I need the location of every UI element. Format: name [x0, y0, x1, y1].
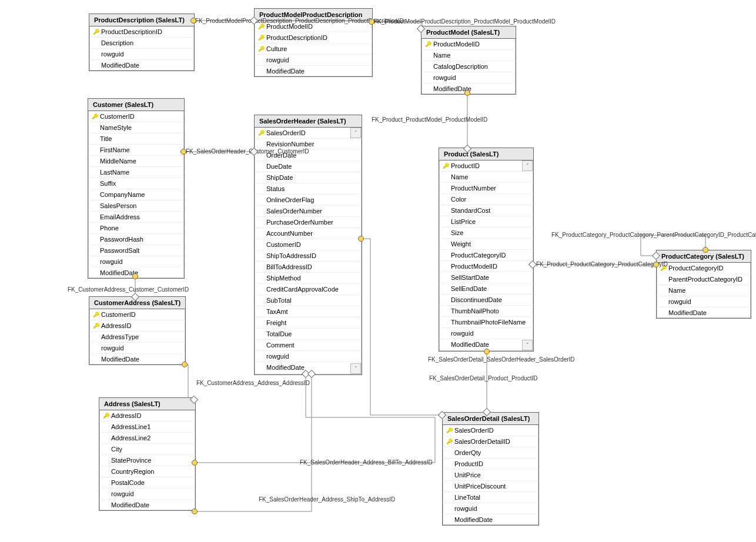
table-header[interactable]: SalesOrderHeader (SalesLT)	[255, 115, 362, 128]
column-row[interactable]: rowguid	[255, 54, 372, 65]
column-row[interactable]: ParentProductCategoryID	[657, 273, 751, 285]
column-row[interactable]: rowguid	[99, 488, 195, 499]
column-row[interactable]: ProductModelID	[422, 39, 516, 49]
column-row[interactable]: Culture	[255, 43, 372, 54]
column-row[interactable]: Phone	[88, 222, 184, 233]
table-SalesOrderDetail[interactable]: SalesOrderDetail (SalesLT)SalesOrderIDSa…	[442, 412, 539, 526]
column-row[interactable]: AddressLine1	[99, 421, 195, 432]
column-row[interactable]: Name	[422, 49, 516, 61]
column-row[interactable]: PurchaseOrderNumber	[255, 216, 362, 227]
column-row[interactable]: ListPrice	[439, 216, 533, 227]
column-row[interactable]: PasswordSalt	[88, 245, 184, 256]
scroll-down-icon[interactable]: ˅	[522, 340, 533, 350]
column-row[interactable]: ModifiedDate	[99, 499, 195, 510]
column-row[interactable]: OrderQty	[443, 447, 538, 458]
column-row[interactable]: Suffix	[88, 178, 184, 189]
column-row[interactable]: CustomerID	[255, 239, 362, 250]
column-row[interactable]: Status	[255, 183, 362, 194]
column-row[interactable]: AddressType	[89, 331, 185, 342]
column-row[interactable]: StandardCost	[439, 205, 533, 216]
column-row[interactable]: ThumbnailPhotoFileName	[439, 316, 533, 327]
column-row[interactable]: ShipToAddressID	[255, 250, 362, 261]
column-row[interactable]: rowguid	[89, 342, 185, 353]
column-row[interactable]: ModifiedDate	[657, 307, 751, 318]
column-row[interactable]: rowguid	[89, 48, 194, 59]
column-row[interactable]: ThumbNailPhoto	[439, 305, 533, 316]
table-header[interactable]: ProductModel (SalesLT)	[422, 26, 516, 39]
scroll-down-icon[interactable]: ˅	[350, 363, 361, 374]
column-row[interactable]: LastName	[88, 166, 184, 178]
column-row[interactable]: rowguid	[443, 503, 538, 514]
column-row[interactable]: SalesOrderID	[443, 425, 538, 436]
column-row[interactable]: rowguid	[657, 296, 751, 307]
column-row[interactable]: rowguid	[422, 72, 516, 83]
table-header[interactable]: ProductDescription (SalesLT)	[89, 14, 194, 26]
column-row[interactable]: ProductDescriptionID	[89, 26, 194, 37]
column-row[interactable]: ModifiedDate	[443, 514, 538, 525]
column-row[interactable]: DueDate	[255, 160, 362, 172]
column-row[interactable]: BillToAddressID	[255, 261, 362, 272]
column-row[interactable]: AccountNumber	[255, 227, 362, 239]
column-row[interactable]: SalesOrderID	[255, 128, 362, 138]
scroll-up-icon[interactable]: ˄	[350, 128, 361, 138]
column-row[interactable]: CustomerID	[88, 111, 184, 122]
scroll-up-icon[interactable]: ˄	[522, 160, 533, 171]
table-Customer[interactable]: Customer (SalesLT)CustomerIDNameStyleTit…	[88, 98, 185, 279]
column-row[interactable]: ShipDate	[255, 172, 362, 183]
table-header[interactable]: SalesOrderDetail (SalesLT)	[443, 413, 538, 425]
column-row[interactable]: EmailAddress	[88, 211, 184, 222]
column-row[interactable]: rowguid	[255, 350, 362, 362]
column-row[interactable]: LineTotal	[443, 491, 538, 503]
column-row[interactable]: SellStartDate	[439, 272, 533, 283]
column-row[interactable]: ShipMethod	[255, 272, 362, 283]
table-Address[interactable]: Address (SalesLT)AddressIDAddressLine1Ad…	[99, 397, 196, 511]
column-row[interactable]: Freight	[255, 317, 362, 328]
column-row[interactable]: TotalDue	[255, 328, 362, 339]
column-row[interactable]: SellEndDate	[439, 283, 533, 294]
column-row[interactable]: PasswordHash	[88, 233, 184, 245]
column-row[interactable]: UnitPriceDiscount	[443, 480, 538, 491]
column-row[interactable]: ProductCategoryID	[439, 249, 533, 260]
column-row[interactable]: AddressID	[99, 410, 195, 421]
column-row[interactable]: ModifiedDate	[255, 362, 362, 373]
column-row[interactable]: ModifiedDate	[89, 59, 194, 71]
column-row[interactable]: ProductID	[443, 458, 538, 469]
column-row[interactable]: Name	[439, 171, 533, 182]
column-row[interactable]: ModifiedDate	[89, 353, 185, 364]
column-row[interactable]: CreditCardApprovalCode	[255, 283, 362, 295]
table-header[interactable]: Address (SalesLT)	[99, 398, 195, 410]
column-row[interactable]: Color	[439, 193, 533, 205]
column-row[interactable]: CountryRegion	[99, 466, 195, 477]
column-row[interactable]: DiscontinuedDate	[439, 294, 533, 305]
column-row[interactable]: CompanyName	[88, 189, 184, 200]
column-row[interactable]: Size	[439, 227, 533, 238]
column-row[interactable]: OnlineOrderFlag	[255, 194, 362, 205]
column-row[interactable]: UnitPrice	[443, 469, 538, 480]
column-row[interactable]: SalesOrderNumber	[255, 205, 362, 216]
column-row[interactable]: ModifiedDate	[255, 65, 372, 76]
column-row[interactable]: CustomerID	[89, 309, 185, 320]
column-row[interactable]: Comment	[255, 339, 362, 350]
column-row[interactable]: Description	[89, 37, 194, 48]
column-row[interactable]: City	[99, 443, 195, 454]
column-row[interactable]: CatalogDescription	[422, 61, 516, 72]
column-row[interactable]: SalesOrderDetailID	[443, 436, 538, 447]
column-row[interactable]: NameStyle	[88, 122, 184, 133]
table-ProductDescription[interactable]: ProductDescription (SalesLT)ProductDescr…	[89, 14, 195, 71]
table-Product[interactable]: Product (SalesLT)ProductIDNameProductNum…	[439, 148, 534, 352]
column-row[interactable]: Title	[88, 133, 184, 144]
column-row[interactable]: ProductNumber	[439, 182, 533, 193]
column-row[interactable]: ProductModelID	[439, 260, 533, 272]
column-row[interactable]: ProductDescriptionID	[255, 32, 372, 43]
column-row[interactable]: ProductCategoryID	[657, 263, 751, 273]
table-ProductModel[interactable]: ProductModel (SalesLT)ProductModelIDName…	[421, 26, 516, 95]
column-row[interactable]: AddressID	[89, 320, 185, 331]
table-header[interactable]: Product (SalesLT)	[439, 148, 533, 160]
column-row[interactable]: TaxAmt	[255, 306, 362, 317]
table-CustomerAddress[interactable]: CustomerAddress (SalesLT)CustomerIDAddre…	[89, 296, 186, 365]
column-row[interactable]: rowguid	[439, 327, 533, 339]
column-row[interactable]: StateProvince	[99, 454, 195, 466]
table-ProductCategory[interactable]: ProductCategory (SalesLT)ProductCategory…	[656, 250, 751, 319]
column-row[interactable]: PostalCode	[99, 477, 195, 488]
column-row[interactable]: MiddleName	[88, 155, 184, 166]
